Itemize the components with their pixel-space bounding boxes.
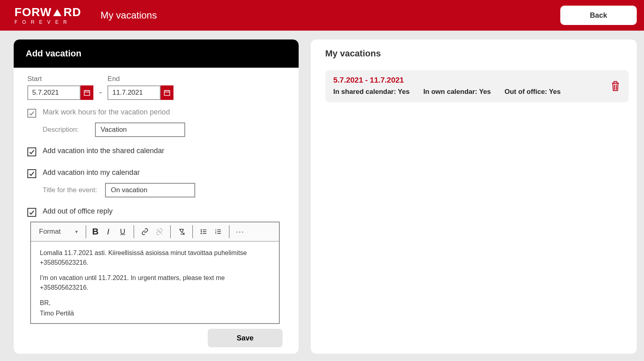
start-date-picker-button[interactable] xyxy=(80,85,93,100)
numbered-list-button[interactable]: 123 xyxy=(212,225,224,238)
calendar-icon xyxy=(83,89,91,97)
editor-paragraph: Timo Pertilä xyxy=(40,309,270,318)
shared-calendar-checkbox[interactable] xyxy=(27,147,36,156)
vacation-shared-value: Yes xyxy=(398,88,409,95)
end-date-input[interactable] xyxy=(107,85,161,100)
brand-logo: FORW▲RD FOREVER xyxy=(14,6,81,25)
numbered-list-icon: 123 xyxy=(215,228,222,235)
date-dash: - xyxy=(99,87,102,100)
bullet-list-button[interactable] xyxy=(198,225,210,238)
toolbar-separator xyxy=(170,225,171,238)
check-icon xyxy=(29,210,35,215)
vacation-shared-label: In shared calendar: xyxy=(333,88,396,95)
toolbar-separator xyxy=(192,225,193,238)
underline-button[interactable]: U xyxy=(117,225,129,238)
unlink-icon xyxy=(156,228,163,235)
header-left: FORW▲RD FOREVER My vacations xyxy=(14,6,157,25)
svg-text:3: 3 xyxy=(215,232,216,234)
end-label: End xyxy=(107,75,173,83)
my-vacations-title: My vacations xyxy=(325,48,629,59)
mark-hours-label: Mark work hours for the vacation period xyxy=(43,108,170,116)
italic-button[interactable]: I xyxy=(102,225,114,238)
rich-text-editor: Format ▾ B I U xyxy=(30,222,280,324)
my-vacations-card: My vacations 5.7.2021 - 11.7.2021 In sha… xyxy=(311,39,637,354)
clear-format-button[interactable] xyxy=(175,225,188,238)
link-button[interactable] xyxy=(139,225,151,238)
start-date-input[interactable] xyxy=(27,85,80,100)
format-dropdown[interactable]: Format ▾ xyxy=(36,226,81,237)
vacation-list-item: 5.7.2021 - 11.7.2021 In shared calendar:… xyxy=(325,70,629,102)
svg-point-12 xyxy=(200,231,202,232)
format-label: Format xyxy=(39,228,61,236)
ooo-checkbox[interactable] xyxy=(27,208,36,217)
editor-paragraph: I'm on vacation until 11.7.2021. In urge… xyxy=(40,273,270,293)
ooo-label: Add out of office reply xyxy=(43,207,113,216)
add-vacation-card: Add vacation Start - End xyxy=(14,39,299,354)
check-icon xyxy=(29,171,35,176)
toolbar-separator xyxy=(134,225,134,238)
check-icon xyxy=(29,110,35,116)
svg-point-11 xyxy=(200,229,202,230)
my-calendar-label: Add vacation into my calendar xyxy=(43,168,140,177)
editor-body[interactable]: Lomalla 11.7.2021 asti. Kiireellisissä a… xyxy=(31,242,279,323)
end-date-picker-button[interactable] xyxy=(161,85,173,100)
svg-point-13 xyxy=(200,233,202,234)
toolbar-separator xyxy=(229,225,229,238)
editor-paragraph: Lomalla 11.7.2021 asti. Kiireellisissä a… xyxy=(40,248,270,268)
description-label: Description: xyxy=(43,126,87,134)
brand-main: FORW▲RD xyxy=(14,6,81,18)
editor-paragraph: BR, xyxy=(40,298,270,308)
vacation-own-label: In own calendar: xyxy=(423,88,477,95)
check-icon xyxy=(29,149,35,155)
date-row: Start - End xyxy=(27,75,291,100)
brand-sub: FOREVER xyxy=(14,20,81,25)
page-title: My vacations xyxy=(101,10,157,21)
back-button[interactable]: Back xyxy=(560,6,637,25)
unlink-button[interactable] xyxy=(153,225,165,238)
vacation-details: In shared calendar: Yes In own calendar:… xyxy=(333,88,561,96)
vacation-ooo-value: Yes xyxy=(549,88,561,95)
save-button[interactable]: Save xyxy=(208,329,283,347)
more-button[interactable]: ··· xyxy=(234,225,246,238)
start-label: Start xyxy=(27,75,93,83)
chevron-down-icon: ▾ xyxy=(75,229,78,234)
vacation-date-range: 5.7.2021 - 11.7.2021 xyxy=(333,76,561,85)
add-vacation-title: Add vacation xyxy=(14,39,299,68)
editor-toolbar: Format ▾ B I U xyxy=(31,222,279,242)
bold-button[interactable]: B xyxy=(91,225,100,238)
description-input[interactable] xyxy=(95,122,185,137)
mark-hours-checkbox[interactable] xyxy=(27,109,36,118)
my-calendar-checkbox[interactable] xyxy=(27,169,36,178)
vacation-ooo-label: Out of office: xyxy=(505,88,547,95)
clear-format-icon xyxy=(178,228,185,235)
svg-rect-4 xyxy=(165,91,170,95)
svg-rect-0 xyxy=(84,91,90,95)
vacation-own-value: Yes xyxy=(479,88,491,95)
event-title-input[interactable] xyxy=(105,183,195,197)
toolbar-separator xyxy=(86,225,86,238)
link-icon xyxy=(141,228,149,235)
calendar-icon xyxy=(163,89,171,97)
app-header: FORW▲RD FOREVER My vacations Back xyxy=(0,0,644,31)
shared-calendar-label: Add vacation into the shared calendar xyxy=(43,147,164,155)
bullet-list-icon xyxy=(200,228,207,235)
trash-icon[interactable] xyxy=(610,80,621,92)
event-title-label: Title for the event: xyxy=(43,186,97,194)
